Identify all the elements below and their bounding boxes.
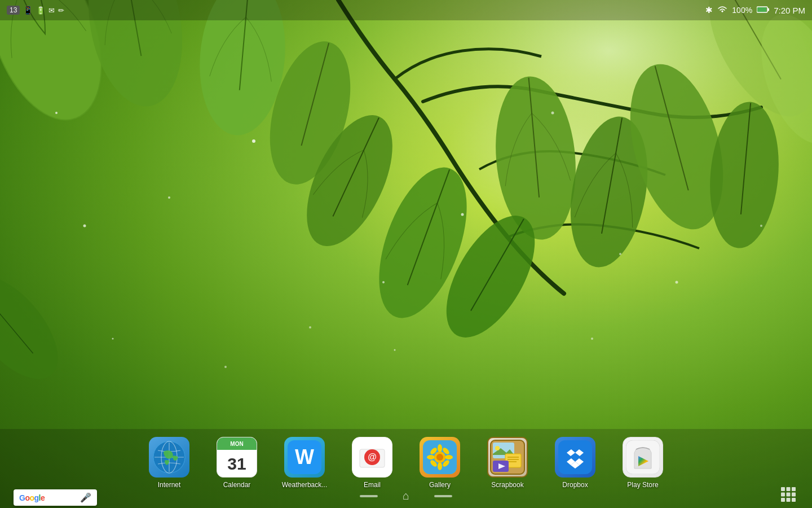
svg-point-24 bbox=[309, 326, 311, 329]
svg-point-22 bbox=[619, 253, 621, 255]
svg-point-28 bbox=[551, 112, 554, 115]
svg-point-30 bbox=[394, 349, 396, 351]
app-weatherback[interactable]: W Weatherback... bbox=[279, 437, 330, 489]
svg-rect-34 bbox=[768, 8, 770, 11]
app-gallery[interactable]: Gallery bbox=[414, 437, 465, 489]
calendar-label: Calendar bbox=[223, 481, 251, 489]
svg-point-31 bbox=[591, 338, 593, 340]
calendar-day: 31 bbox=[227, 451, 246, 477]
scrapbook-label: Scrapbook bbox=[491, 481, 523, 489]
svg-point-25 bbox=[676, 281, 678, 284]
weatherback-label: Weatherback... bbox=[282, 481, 327, 489]
calendar-month: MON bbox=[217, 437, 257, 450]
scrapbook-icon bbox=[487, 437, 528, 478]
svg-point-26 bbox=[760, 225, 762, 227]
app-playstore[interactable]: Play Store bbox=[617, 437, 668, 489]
playstore-label: Play Store bbox=[627, 481, 658, 489]
svg-point-17 bbox=[83, 225, 86, 227]
app-calendar[interactable]: MON 31 Calendar bbox=[211, 437, 262, 489]
svg-text:W: W bbox=[295, 445, 314, 468]
bottom-dock: Internet MON 31 Calendar W Weatherback..… bbox=[0, 429, 812, 508]
google-logo: Google bbox=[19, 493, 45, 502]
svg-point-21 bbox=[461, 213, 464, 216]
notification-count: 13 bbox=[7, 6, 20, 15]
email-icon: @ bbox=[352, 437, 392, 478]
svg-rect-33 bbox=[757, 7, 766, 12]
weatherback-icon: W bbox=[284, 437, 325, 478]
google-search-bar[interactable]: Google 🎤 bbox=[14, 489, 97, 506]
svg-point-29 bbox=[224, 366, 227, 368]
clock: 7:20 PM bbox=[774, 6, 805, 15]
svg-rect-77 bbox=[781, 487, 785, 491]
internet-label: Internet bbox=[158, 481, 181, 489]
svg-point-62 bbox=[495, 446, 500, 450]
svg-point-23 bbox=[112, 338, 114, 340]
calendar-icon: MON 31 bbox=[217, 437, 257, 478]
apps-grid-button[interactable] bbox=[778, 484, 798, 505]
svg-rect-69 bbox=[558, 440, 592, 474]
svg-point-27 bbox=[55, 112, 58, 114]
nav-center-controls: ⌂ bbox=[360, 489, 452, 502]
battery-icon bbox=[757, 6, 769, 15]
nav-recent-dot[interactable] bbox=[434, 495, 452, 497]
internet-icon bbox=[149, 437, 189, 478]
dropbox-label: Dropbox bbox=[562, 481, 588, 489]
bluetooth-icon: ✱ bbox=[705, 5, 713, 15]
status-bar: 13 📱 🔋 ✉ ✏ ✱ 100% 7:20 bbox=[0, 0, 812, 20]
svg-point-20 bbox=[382, 281, 385, 283]
svg-rect-80 bbox=[781, 493, 785, 497]
navigation-bar: Google 🎤 ⌂ bbox=[0, 491, 812, 508]
svg-rect-81 bbox=[787, 493, 791, 497]
svg-point-19 bbox=[252, 139, 255, 143]
email-status-icon: ✉ bbox=[48, 6, 55, 15]
nav-home-button[interactable]: ⌂ bbox=[403, 489, 409, 502]
svg-rect-83 bbox=[781, 498, 785, 502]
gallery-icon bbox=[420, 437, 460, 478]
svg-point-18 bbox=[168, 196, 170, 199]
svg-rect-82 bbox=[792, 493, 796, 497]
status-icons-right: ✱ 100% 7:20 PM bbox=[705, 5, 805, 15]
playstore-icon bbox=[623, 437, 663, 478]
voice-search-icon[interactable]: 🎤 bbox=[80, 492, 91, 503]
email-label: Email bbox=[364, 481, 381, 489]
dropbox-icon bbox=[555, 437, 595, 478]
svg-rect-84 bbox=[787, 498, 791, 502]
battery-percent: 100% bbox=[732, 6, 752, 15]
app-dock-row: Internet MON 31 Calendar W Weatherback..… bbox=[0, 429, 812, 491]
svg-text:@: @ bbox=[368, 452, 377, 462]
svg-point-52 bbox=[427, 455, 435, 459]
status-icons-left: 13 📱 🔋 ✉ ✏ bbox=[7, 6, 64, 15]
svg-point-51 bbox=[438, 462, 442, 470]
svg-rect-85 bbox=[792, 498, 796, 502]
battery-mini-icon: 🔋 bbox=[36, 6, 45, 15]
svg-point-53 bbox=[445, 455, 453, 459]
svg-rect-79 bbox=[792, 487, 796, 491]
wifi-icon bbox=[717, 6, 727, 15]
app-scrapbook[interactable]: Scrapbook bbox=[482, 437, 533, 489]
gallery-label: Gallery bbox=[429, 481, 451, 489]
edit-icon: ✏ bbox=[58, 6, 64, 15]
svg-point-59 bbox=[436, 454, 443, 461]
svg-point-50 bbox=[438, 444, 442, 452]
app-email[interactable]: @ Email bbox=[347, 437, 398, 489]
nav-back-dot[interactable] bbox=[360, 495, 378, 497]
svg-rect-78 bbox=[787, 487, 791, 491]
phone-icon: 📱 bbox=[23, 6, 33, 15]
app-internet[interactable]: Internet bbox=[144, 437, 195, 489]
app-dropbox[interactable]: Dropbox bbox=[550, 437, 601, 489]
